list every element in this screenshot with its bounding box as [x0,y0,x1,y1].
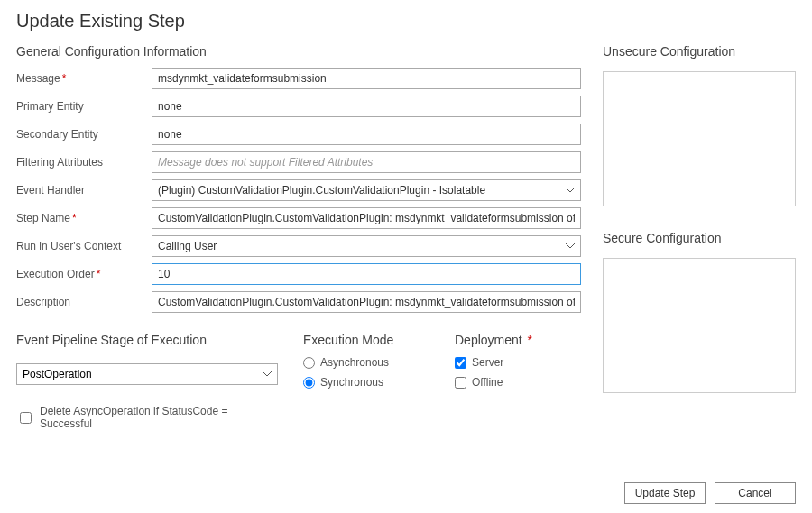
delete-async-label: Delete AsyncOperation if StatusCode = Su… [40,405,278,430]
general-heading: General Configuration Information [16,44,581,59]
filtering-attributes-label: Filtering Attributes [16,156,152,169]
secure-config-textarea[interactable] [603,258,796,393]
async-radio[interactable] [303,357,315,369]
secondary-entity-input[interactable] [152,124,581,145]
event-handler-label: Event Handler [16,184,152,197]
unsecure-config-heading: Unsecure Configuration [603,44,796,59]
description-input[interactable] [152,291,581,313]
sync-radio[interactable] [303,377,315,389]
message-input[interactable] [152,68,581,89]
unsecure-config-textarea[interactable] [603,71,796,206]
step-name-input[interactable] [152,207,581,229]
server-label: Server [472,356,503,369]
page-title: Update Existing Step [0,0,812,39]
filtering-attributes-input [152,151,581,173]
sync-label: Synchronous [320,376,383,389]
deployment-heading-text: Deployment [455,333,522,347]
description-label: Description [16,296,152,308]
secondary-entity-label: Secondary Entity [16,128,152,141]
run-context-label: Run in User's Context [16,240,152,252]
required-asterisk: * [524,333,532,347]
offline-checkbox[interactable] [455,377,466,389]
step-name-label-text: Step Name [16,212,70,224]
pipeline-heading: Event Pipeline Stage of Execution [16,333,278,347]
step-name-label: Step Name* [16,212,152,224]
required-asterisk: * [97,268,101,280]
primary-entity-input[interactable] [152,96,581,117]
pipeline-stage-select[interactable]: PostOperation [16,363,278,385]
offline-label: Offline [472,376,503,389]
run-context-select[interactable]: Calling User [152,235,581,257]
exec-mode-heading: Execution Mode [303,333,429,347]
execution-order-input[interactable] [152,263,581,285]
deployment-heading: Deployment * [455,333,581,347]
update-step-button[interactable]: Update Step [624,482,706,504]
delete-async-checkbox[interactable] [20,412,32,424]
server-checkbox[interactable] [455,357,466,369]
required-asterisk: * [62,72,67,85]
execution-order-label-text: Execution Order [16,268,95,280]
async-label: Asynchronous [320,356,389,369]
event-handler-select[interactable]: (Plugin) CustomValidationPlugin.CustomVa… [152,179,581,201]
message-label: Message* [16,72,152,85]
execution-order-label: Execution Order* [16,268,152,280]
primary-entity-label: Primary Entity [16,100,152,113]
message-label-text: Message [16,72,60,85]
required-asterisk: * [72,212,77,224]
secure-config-heading: Secure Configuration [603,231,796,245]
cancel-button[interactable]: Cancel [715,482,796,504]
